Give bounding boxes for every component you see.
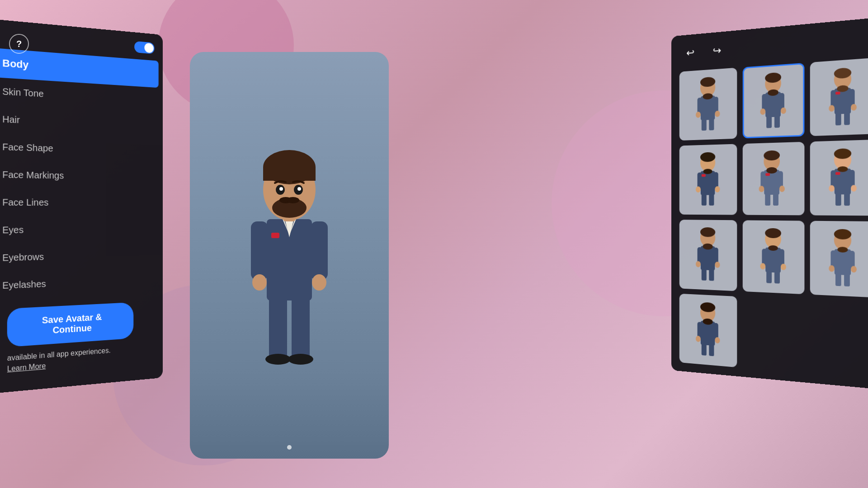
svg-rect-99 <box>702 267 707 281</box>
svg-rect-64 <box>709 192 714 206</box>
svg-rect-111 <box>774 270 780 284</box>
svg-rect-133 <box>709 343 714 356</box>
svg-rect-88 <box>844 192 850 206</box>
svg-rect-110 <box>766 269 772 283</box>
svg-rect-75 <box>765 192 770 206</box>
toggle-knob <box>144 43 153 53</box>
svg-rect-1 <box>269 296 287 359</box>
left-panel: Body Skin Tone Hair Face Shape Face Mark… <box>0 19 163 394</box>
avatar-card-8[interactable] <box>742 220 804 294</box>
svg-point-89 <box>829 185 835 192</box>
svg-point-40 <box>760 108 765 115</box>
svg-point-65 <box>696 186 701 192</box>
avatar-card-4[interactable] <box>679 144 737 215</box>
svg-rect-38 <box>766 114 772 128</box>
svg-point-53 <box>829 105 835 112</box>
svg-rect-71 <box>702 174 706 177</box>
pagination-dot <box>287 445 292 450</box>
svg-point-66 <box>715 186 720 192</box>
redo-button[interactable]: ↪ <box>708 40 726 61</box>
avatar-card-3[interactable] <box>810 58 868 136</box>
svg-rect-83 <box>765 173 770 176</box>
svg-point-8 <box>312 274 326 291</box>
svg-rect-122 <box>844 272 850 286</box>
svg-point-135 <box>715 337 720 343</box>
avatar-card-1[interactable] <box>679 68 737 141</box>
svg-rect-95 <box>835 172 840 175</box>
right-panel: ↩ ↪ <box>671 17 868 390</box>
svg-point-77 <box>759 186 764 192</box>
svg-rect-6 <box>311 221 328 280</box>
svg-point-19 <box>287 197 299 203</box>
svg-rect-28 <box>709 117 714 131</box>
avatar-card-10[interactable] <box>679 294 737 367</box>
svg-rect-107 <box>765 248 781 273</box>
main-avatar <box>226 124 353 386</box>
svg-rect-5 <box>251 221 268 280</box>
svg-rect-52 <box>844 111 850 125</box>
svg-rect-2 <box>292 296 310 359</box>
undo-button[interactable]: ↩ <box>681 42 699 63</box>
svg-rect-132 <box>702 342 707 356</box>
toggle-switch[interactable] <box>134 41 154 54</box>
avatar-grid <box>679 58 868 380</box>
svg-rect-27 <box>702 117 707 131</box>
panel-bottom: Save Avatar & Continue available in all … <box>0 292 163 380</box>
avatar-card-9[interactable] <box>810 221 868 298</box>
svg-rect-16 <box>263 167 316 181</box>
avatar-card-6[interactable] <box>810 140 868 216</box>
svg-rect-121 <box>835 272 841 286</box>
avatar-card-5[interactable] <box>742 142 804 216</box>
sidebar-item-eyes[interactable]: Eyes <box>0 216 163 244</box>
svg-point-102 <box>715 262 720 268</box>
svg-rect-87 <box>835 192 841 206</box>
sidebar-item-face-markings[interactable]: Face Markings <box>0 160 163 190</box>
svg-point-22 <box>279 187 283 191</box>
undo-icon: ↩ <box>686 47 694 59</box>
right-panel-header: ↩ ↪ <box>679 27 868 63</box>
svg-rect-76 <box>773 192 778 206</box>
svg-point-29 <box>696 112 701 118</box>
sidebar-item-face-lines[interactable]: Face Lines <box>0 188 163 216</box>
svg-point-124 <box>851 266 857 272</box>
svg-rect-63 <box>702 192 707 206</box>
avatar-viewport <box>190 52 389 459</box>
avatar-card-7[interactable] <box>679 220 737 291</box>
svg-point-90 <box>851 185 857 192</box>
svg-rect-59 <box>835 92 840 95</box>
avatar-container <box>190 52 389 459</box>
svg-rect-118 <box>835 249 851 275</box>
svg-point-3 <box>265 354 291 365</box>
avatar-card-2[interactable] <box>742 63 804 138</box>
help-button[interactable]: ? <box>9 34 29 54</box>
svg-rect-100 <box>709 267 714 281</box>
svg-point-113 <box>781 264 786 270</box>
svg-point-78 <box>779 186 785 192</box>
svg-point-23 <box>297 187 301 191</box>
svg-rect-39 <box>774 114 780 128</box>
redo-icon: ↪ <box>713 44 722 57</box>
svg-point-4 <box>288 354 313 365</box>
svg-rect-12 <box>271 233 279 238</box>
svg-rect-96 <box>701 246 715 270</box>
svg-rect-51 <box>835 111 841 126</box>
svg-point-7 <box>252 274 267 291</box>
